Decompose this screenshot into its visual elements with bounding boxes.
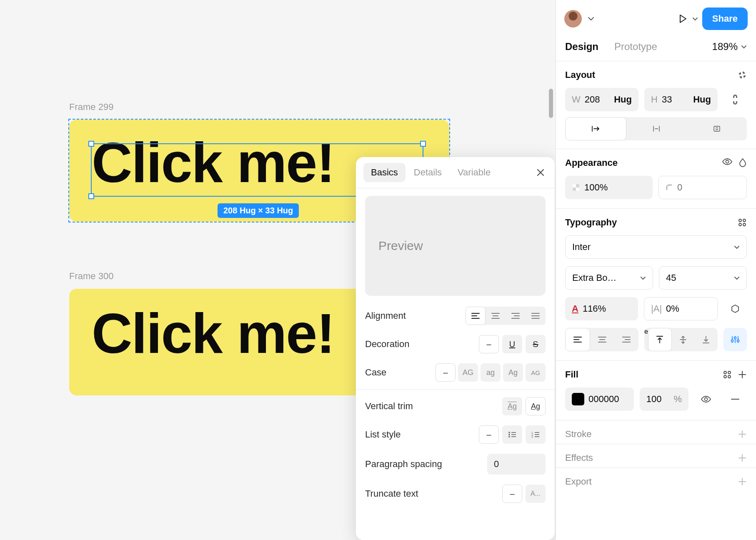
preview-area: Preview [365,196,546,296]
plus-icon[interactable] [738,430,747,439]
corner-radius-input[interactable] [677,182,704,193]
chevron-down-icon[interactable] [588,17,594,21]
truncate-label: Truncate text [365,488,418,499]
width-mode[interactable]: Hug [614,94,632,105]
avatar[interactable] [564,10,582,28]
align-middle-icon [679,335,687,344]
align-justify[interactable] [526,307,546,325]
export-title: Export [565,476,592,487]
decoration-underline[interactable]: U [502,335,522,353]
paragraph-spacing-input[interactable]: 0 [487,454,546,475]
type-settings-button[interactable] [723,328,747,351]
styles-icon[interactable] [723,370,732,379]
align-left-icon [573,336,582,343]
blend-mode-icon[interactable] [738,158,747,168]
svg-point-15 [731,340,733,342]
truncate-end[interactable]: A... [526,485,546,503]
share-button[interactable]: Share [702,8,748,30]
align-left[interactable] [466,307,486,325]
strikethrough-icon: S [533,340,538,349]
align-center[interactable] [486,307,506,325]
line-height-value: 116% [583,303,606,314]
height-field[interactable]: H 33 Hug [644,88,718,111]
frame-300-label[interactable]: Frame 300 [69,271,113,282]
line-height-field[interactable]: A 116% [565,297,638,320]
font-size-field[interactable]: 45 [659,266,747,290]
corner-radius-icon [666,184,673,191]
case-lower[interactable]: ag [481,363,501,382]
fill-alpha-field[interactable]: 100 % [640,388,688,411]
font-weight-dropdown[interactable]: Extra Bo… [565,266,653,290]
width-field[interactable]: W 208 Hug [565,88,638,111]
resize-fixed[interactable] [626,117,687,140]
plus-icon[interactable] [738,453,747,462]
color-swatch[interactable] [572,393,584,405]
close-button[interactable] [534,166,547,179]
case-title[interactable]: Ag [503,363,523,382]
tab-details[interactable]: Details [406,163,449,182]
vtrim-standard[interactable]: Ag [502,397,522,415]
resize-fill[interactable] [686,117,747,140]
tab-design[interactable]: Design [565,41,598,52]
chevron-down-icon[interactable] [692,17,698,21]
text-align-right[interactable] [614,328,638,351]
vtrim-cap[interactable]: Ag [526,397,546,415]
collapse-icon[interactable] [738,70,747,80]
eye-icon[interactable] [722,158,733,165]
decoration-strike[interactable]: S [526,335,546,353]
link-icon [731,94,739,105]
case-upper[interactable]: AG [458,363,478,382]
font-family-dropdown[interactable]: Inter [565,235,747,259]
letter-spacing-value: 0% [666,303,679,314]
aspect-lock-button[interactable] [723,88,747,111]
case-none[interactable]: – [436,363,456,382]
inspector-panel: Share Design Prototype 189% Layout W 208… [556,0,756,540]
corner-radius-field[interactable] [658,176,747,199]
list-bulleted[interactable] [502,425,522,444]
fill-visibility-toggle[interactable] [694,388,718,411]
paragraph-spacing-label: Paragraph spacing [365,459,442,470]
vertical-align-top[interactable] [648,328,672,351]
font-family-value: Inter [572,242,591,252]
vertical-align-bottom[interactable] [695,328,718,351]
resize-handle-nw[interactable] [88,141,94,147]
resize-handle-sw[interactable] [88,193,94,199]
resize-handle-ne[interactable] [420,141,426,147]
resize-hug-horizontal[interactable] [565,117,626,140]
row-paragraph-spacing: Paragraph spacing 0 [356,449,555,480]
case-smallcaps[interactable]: AG [526,363,546,382]
scrollbar-thumb[interactable] [549,89,553,118]
tab-basics[interactable]: Basics [363,163,406,182]
text-align-left[interactable] [565,328,590,351]
height-mode[interactable]: Hug [693,94,711,105]
vertical-trim-label: Vertical trim [365,401,413,412]
text-align-center[interactable] [590,328,614,351]
decoration-label: Decoration [365,339,409,350]
styles-icon[interactable] [738,218,747,227]
svg-text:3: 3 [531,435,533,438]
width-label: W [572,94,581,105]
appearance-title: Appearance [565,158,618,168]
letter-spacing-field[interactable]: |A| 0% [644,297,718,320]
zoom-dropdown[interactable]: 189% [712,41,747,52]
play-icon[interactable] [677,13,688,24]
truncate-none[interactable]: – [502,485,522,503]
tab-variable[interactable]: Variable [450,163,498,182]
svg-point-2 [508,436,510,438]
fill-color-field[interactable]: 000000 [565,388,634,411]
tab-prototype[interactable]: Prototype [614,41,657,52]
align-right[interactable] [506,307,526,325]
plus-icon[interactable] [738,477,747,486]
list-numbered[interactable]: 123 [526,425,546,444]
opacity-field[interactable]: 100% [565,176,653,199]
typography-title: Typography [565,217,617,228]
underline-icon: U [509,340,515,349]
frame-299-label[interactable]: Frame 299 [69,102,113,112]
list-none[interactable]: – [479,425,499,444]
vertical-align-middle[interactable] [672,328,695,351]
align-left-icon [471,312,480,319]
variable-binding-button[interactable] [723,297,747,320]
fill-remove-button[interactable] [723,388,747,411]
plus-icon[interactable] [738,370,747,379]
decoration-none[interactable]: – [479,335,499,353]
